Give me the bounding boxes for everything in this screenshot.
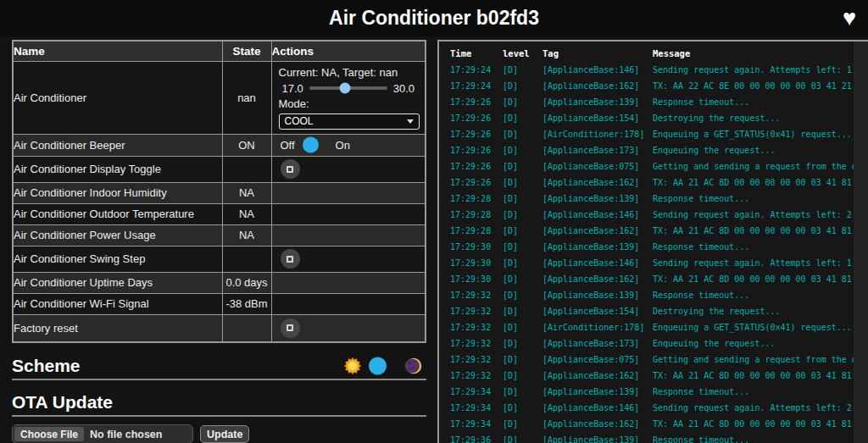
log-level: [D] bbox=[503, 223, 542, 239]
log-scrollbar[interactable] bbox=[854, 42, 868, 443]
log-level: [D] bbox=[503, 271, 542, 287]
swing-step-button[interactable] bbox=[281, 249, 300, 269]
log-level: [D] bbox=[503, 142, 542, 158]
log-level: [D] bbox=[503, 352, 542, 368]
update-button[interactable]: Update bbox=[200, 425, 249, 443]
log-message: Enqueuing a GET_STATUS(0x41) request... bbox=[653, 126, 868, 142]
log-message: TX: AA 21 AC 8D 00 00 00 00 00 03 41 81 … bbox=[653, 368, 868, 384]
log-time: 17:29:32 bbox=[450, 287, 503, 303]
firmware-file-input[interactable]: Choose File No file chosen bbox=[12, 424, 193, 443]
log-row: 17:29:26 [D] [AirConditioner:178] Enqueu… bbox=[450, 126, 868, 142]
entity-state: ON bbox=[222, 134, 271, 156]
table-row-uptime-days: Air Conditioner Uptime Days 0.0 days bbox=[13, 272, 426, 293]
log-tag: [ApplianceBase:075] bbox=[542, 158, 653, 174]
log-level: [D] bbox=[503, 416, 542, 432]
log-tag: [ApplianceBase:146] bbox=[542, 207, 653, 223]
entity-name: Air Conditioner Wi-Fi Signal bbox=[13, 293, 222, 314]
log-header-row: Time level Tag Message bbox=[450, 46, 868, 62]
log-tag: [ApplianceBase:139] bbox=[542, 384, 653, 400]
log-tag: [ApplianceBase:154] bbox=[542, 303, 653, 319]
climate-status-text: Current: NA, Target: nan bbox=[279, 65, 419, 80]
log-time: 17:29:28 bbox=[450, 223, 503, 239]
log-tag: [ApplianceBase:162] bbox=[542, 368, 653, 384]
log-level: [D] bbox=[503, 384, 542, 400]
log-row: 17:29:30 [D] [ApplianceBase:162] TX: AA … bbox=[450, 271, 868, 287]
log-row: 17:29:26 [D] [ApplianceBase:075] Getting… bbox=[450, 158, 868, 174]
ota-section: OTA Update Choose File No file chosen Up… bbox=[12, 391, 426, 443]
table-row-climate: Air Conditioner nan Current: NA, Target:… bbox=[13, 61, 426, 134]
table-row-wifi-signal: Air Conditioner Wi-Fi Signal -38 dBm bbox=[13, 293, 426, 314]
log-time: 17:29:26 bbox=[450, 142, 503, 158]
log-tag: [ApplianceBase:075] bbox=[542, 352, 653, 368]
entity-name: Air Conditioner Uptime Days bbox=[13, 272, 222, 293]
log-message: Response timeout... bbox=[653, 384, 868, 400]
entity-state: NA bbox=[222, 224, 271, 246]
log-level: [D] bbox=[503, 62, 542, 78]
entity-state: nan bbox=[222, 61, 271, 134]
log-row: 17:29:28 [D] [ApplianceBase:139] Respons… bbox=[450, 191, 868, 207]
log-row: 17:29:34 [D] [ApplianceBase:139] Respons… bbox=[450, 384, 868, 400]
entity-state: -38 dBm bbox=[222, 293, 271, 314]
log-message: Destroying the request... bbox=[653, 110, 868, 126]
log-message: Response timeout... bbox=[653, 191, 868, 207]
log-tag: [ApplianceBase:139] bbox=[542, 432, 653, 443]
log-time: 17:29:26 bbox=[450, 174, 503, 191]
log-message: Sending request again. Attempts left: 1.… bbox=[653, 62, 868, 78]
page-title: Air Conditioner b02fd3 bbox=[0, 0, 868, 36]
log-time: 17:29:32 bbox=[450, 319, 503, 335]
mode-select[interactable]: COOL bbox=[279, 114, 420, 130]
factory-reset-button[interactable] bbox=[281, 318, 300, 338]
app-header: Air Conditioner b02fd3 ♥ bbox=[0, 0, 868, 36]
table-row-power-usage: Air Conditioner Power Usage NA bbox=[13, 224, 426, 246]
display-toggle-button[interactable] bbox=[281, 159, 300, 179]
log-time: 17:29:26 bbox=[450, 126, 503, 142]
entity-name: Air Conditioner Beeper bbox=[13, 134, 222, 156]
table-row-display-toggle: Air Conditioner Display Toggle bbox=[13, 156, 426, 182]
ota-divider bbox=[12, 415, 426, 417]
entity-state bbox=[222, 246, 271, 272]
log-row: 17:29:28 [D] [ApplianceBase:162] TX: AA … bbox=[450, 223, 868, 239]
log-message: Response timeout... bbox=[653, 94, 868, 110]
log-tag: [ApplianceBase:173] bbox=[542, 142, 653, 158]
column-header-name: Name bbox=[13, 41, 222, 61]
log-tag: [ApplianceBase:162] bbox=[542, 223, 653, 239]
log-row: 17:29:26 [D] [ApplianceBase:139] Respons… bbox=[450, 94, 868, 110]
log-tag: [ApplianceBase:173] bbox=[542, 335, 653, 352]
log-level: [D] bbox=[503, 94, 542, 110]
square-icon bbox=[287, 324, 293, 331]
log-message: Destroying the request... bbox=[653, 303, 868, 319]
entity-state: NA bbox=[222, 203, 271, 224]
log-panel: Time level Tag Message 17:29:24 [D] [App… bbox=[437, 40, 868, 443]
log-tag: [AirConditioner:178] bbox=[542, 319, 653, 335]
log-level: [D] bbox=[503, 239, 542, 255]
entity-name: Air Conditioner Power Usage bbox=[13, 224, 222, 246]
log-tag: [ApplianceBase:139] bbox=[542, 94, 653, 110]
log-tag: [ApplianceBase:162] bbox=[542, 271, 653, 287]
scheme-section: Scheme bbox=[12, 355, 426, 380]
log-message: TX: AA 21 AC 8D 00 00 00 00 00 03 41 81 … bbox=[653, 416, 868, 432]
log-row: 17:29:26 [D] [ApplianceBase:162] TX: AA … bbox=[450, 174, 868, 191]
log-row: 17:29:32 [D] [ApplianceBase:173] Enqueui… bbox=[450, 335, 868, 352]
entity-state: NA bbox=[222, 182, 271, 203]
table-row-factory-reset: Factory reset bbox=[13, 314, 426, 342]
column-header-state: State bbox=[222, 41, 271, 61]
choose-file-button[interactable]: Choose File bbox=[14, 427, 84, 441]
table-header-row: Name State Actions bbox=[13, 41, 426, 61]
log-tag: [ApplianceBase:146] bbox=[542, 400, 653, 416]
log-row: 17:29:34 [D] [ApplianceBase:146] Sending… bbox=[450, 400, 868, 416]
log-message: Response timeout... bbox=[653, 432, 868, 443]
log-level: [D] bbox=[503, 78, 542, 94]
log-row: 17:29:26 [D] [ApplianceBase:154] Destroy… bbox=[450, 110, 868, 126]
log-level: [D] bbox=[503, 335, 542, 352]
log-message: TX: AA 21 AC 8D 00 00 00 00 00 03 41 81 … bbox=[653, 174, 868, 191]
log-time: 17:29:28 bbox=[450, 207, 503, 223]
temperature-slider[interactable] bbox=[309, 86, 387, 90]
log-message: Response timeout... bbox=[653, 287, 868, 303]
log-time: 17:29:26 bbox=[450, 94, 503, 110]
scheme-divider bbox=[12, 379, 426, 380]
log-time: 17:29:30 bbox=[450, 239, 503, 255]
log-column-tag: Tag bbox=[542, 46, 653, 62]
log-row: 17:29:32 [D] [ApplianceBase:154] Destroy… bbox=[450, 303, 868, 319]
mode-label: Mode: bbox=[279, 97, 419, 111]
slider-thumb[interactable] bbox=[340, 83, 351, 94]
